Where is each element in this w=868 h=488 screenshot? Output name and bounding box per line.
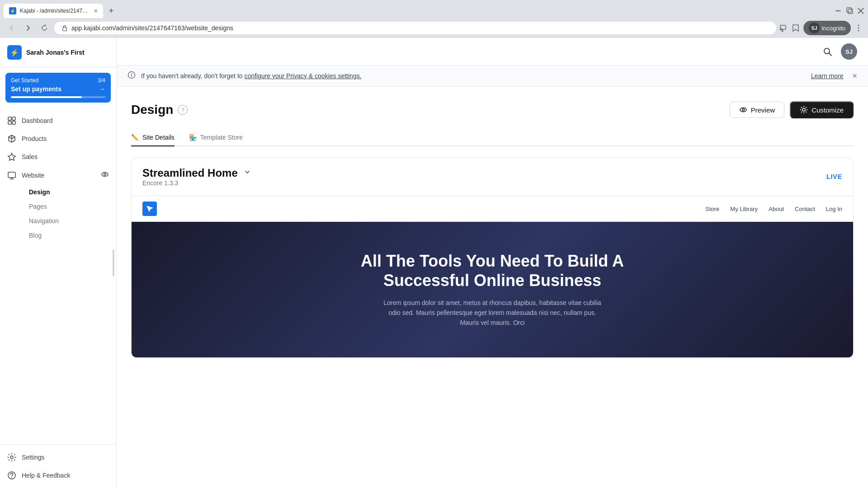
sidebar-item-navigation[interactable]: Navigation bbox=[22, 214, 116, 228]
customize-label: Customize bbox=[811, 106, 844, 114]
reload-button[interactable] bbox=[38, 22, 51, 34]
menu-icon[interactable] bbox=[854, 24, 863, 32]
tab-site-details[interactable]: ✏️ Site Details bbox=[131, 129, 175, 146]
svg-point-19 bbox=[11, 477, 12, 478]
sidebar-item-settings[interactable]: Settings bbox=[0, 448, 116, 466]
preview-area: Store My Library About Contact Log In Al… bbox=[132, 196, 853, 357]
sidebar-item-help[interactable]: Help & Feedback bbox=[0, 466, 116, 484]
forward-button[interactable] bbox=[22, 22, 34, 34]
restore-icon[interactable] bbox=[846, 7, 854, 14]
svg-point-16 bbox=[104, 174, 106, 176]
sidebar-header: ⚡ Sarah Jonas's First bbox=[0, 38, 116, 67]
tab-close-button[interactable]: × bbox=[94, 7, 98, 14]
get-started-label: Get Started bbox=[11, 77, 38, 84]
svg-rect-2 bbox=[848, 9, 853, 14]
minimize-icon[interactable] bbox=[835, 7, 843, 14]
get-started-banner[interactable]: Get Started 3/4 Set up payments → bbox=[5, 73, 111, 103]
search-button[interactable] bbox=[819, 43, 835, 60]
svg-rect-0 bbox=[835, 10, 841, 11]
template-dropdown-button[interactable] bbox=[243, 168, 251, 178]
hero-subtitle: Lorem ipsum dolor sit amet, metus at rho… bbox=[379, 298, 605, 328]
preview-button[interactable]: Preview bbox=[730, 102, 784, 118]
nav-link-library[interactable]: My Library bbox=[730, 206, 758, 212]
sidebar-item-design[interactable]: Design bbox=[22, 185, 116, 199]
back-button[interactable] bbox=[5, 22, 18, 34]
nav-link-store[interactable]: Store bbox=[705, 206, 719, 212]
nav-link-contact[interactable]: Contact bbox=[795, 206, 815, 212]
header-actions: Preview Customize bbox=[730, 101, 854, 118]
get-started-progress bbox=[11, 96, 105, 98]
user-avatar[interactable]: SJ bbox=[841, 43, 857, 60]
svg-point-25 bbox=[742, 109, 744, 111]
design-tabs: ✏️ Site Details 🏪 Template Store bbox=[131, 129, 854, 146]
website-sub-nav: Design Pages Navigation Blog bbox=[0, 185, 116, 243]
sidebar-website-label: Website bbox=[22, 172, 44, 179]
new-tab-button[interactable]: + bbox=[105, 5, 118, 17]
live-badge: LIVE bbox=[826, 173, 842, 180]
sidebar-item-pages[interactable]: Pages bbox=[22, 199, 116, 214]
url-text: app.kajabi.com/admin/sites/2147647163/we… bbox=[71, 24, 233, 32]
sidebar-item-dashboard[interactable]: Dashboard bbox=[0, 112, 116, 130]
svg-rect-14 bbox=[8, 172, 15, 178]
notification-close-button[interactable]: × bbox=[852, 71, 857, 81]
customize-button[interactable]: Customize bbox=[790, 101, 854, 118]
products-icon bbox=[7, 134, 16, 143]
pencil-icon: ✏️ bbox=[131, 134, 139, 141]
cast-icon[interactable] bbox=[780, 24, 788, 32]
template-store-tab-label: Template Store bbox=[200, 134, 243, 141]
sidebar-dashboard-label: Dashboard bbox=[22, 117, 109, 124]
template-header: Streamlined Home Encore 1.3.3 LIVE bbox=[132, 158, 853, 196]
tab-favicon bbox=[9, 7, 16, 14]
learn-more-link[interactable]: Learn more bbox=[811, 72, 844, 80]
svg-point-26 bbox=[802, 108, 805, 111]
address-bar[interactable]: app.kajabi.com/admin/sites/2147647163/we… bbox=[54, 22, 776, 34]
preview-navbar: Store My Library About Contact Log In bbox=[132, 196, 853, 222]
page-title: Design bbox=[131, 103, 173, 117]
page-content: Design ? Preview Customize ✏ bbox=[117, 87, 868, 488]
bookmark-icon[interactable] bbox=[792, 24, 800, 32]
settings-icon bbox=[7, 453, 16, 462]
sidebar-nav: Dashboard Products Sales bbox=[0, 108, 116, 444]
notif-prefix: If you haven't already, don't forget to bbox=[141, 72, 244, 80]
sidebar-item-website[interactable]: Website bbox=[0, 166, 116, 185]
svg-rect-10 bbox=[8, 117, 11, 120]
svg-rect-11 bbox=[12, 117, 15, 120]
sidebar-bottom-nav: Settings Help & Feedback bbox=[0, 444, 116, 488]
eye-icon bbox=[739, 106, 747, 114]
info-icon bbox=[127, 71, 136, 81]
tab-title: Kajabi - /admin/sites/214764716... bbox=[20, 8, 90, 14]
browser-chrome: Kajabi - /admin/sites/214764716... × + a… bbox=[0, 0, 868, 38]
sidebar-item-products[interactable]: Products bbox=[0, 130, 116, 148]
main-content: SJ If you haven't already, don't forget … bbox=[117, 38, 868, 488]
get-started-progress-bar bbox=[11, 96, 82, 98]
app-layout: ⚡ Sarah Jonas's First Get Started 3/4 Se… bbox=[0, 38, 868, 488]
window-controls bbox=[835, 7, 864, 14]
customize-icon bbox=[800, 106, 808, 114]
browser-toolbar bbox=[780, 24, 800, 32]
notification-bar: If you haven't already, don't forget to … bbox=[117, 66, 868, 87]
browser-tab[interactable]: Kajabi - /admin/sites/214764716... × bbox=[4, 4, 103, 18]
privacy-settings-link[interactable]: configure your Privacy & cookies setting… bbox=[244, 72, 361, 80]
help-tooltip-button[interactable]: ? bbox=[178, 105, 188, 115]
incognito-label: Incognito bbox=[821, 25, 845, 32]
hero-title: All The Tools You Need To Build A Succes… bbox=[357, 251, 628, 290]
preview-nav-links: Store My Library About Contact Log In bbox=[705, 206, 842, 212]
nav-link-about[interactable]: About bbox=[769, 206, 784, 212]
incognito-indicator: SJ Incognito bbox=[803, 21, 851, 35]
svg-point-9 bbox=[858, 30, 859, 32]
sales-icon bbox=[7, 152, 16, 161]
sidebar-settings-label: Settings bbox=[22, 454, 109, 461]
kajabi-logo: ⚡ bbox=[7, 45, 22, 60]
close-window-icon[interactable] bbox=[857, 7, 864, 14]
sidebar-item-blog[interactable]: Blog bbox=[22, 228, 116, 243]
tab-template-store[interactable]: 🏪 Template Store bbox=[189, 129, 243, 146]
website-icon bbox=[7, 171, 16, 180]
sidebar: ⚡ Sarah Jonas's First Get Started 3/4 Se… bbox=[0, 38, 117, 488]
nav-link-login[interactable]: Log In bbox=[826, 206, 842, 212]
website-visibility-icon[interactable] bbox=[101, 170, 109, 180]
svg-rect-5 bbox=[63, 28, 67, 31]
get-started-cta: Set up payments bbox=[11, 85, 61, 93]
sidebar-item-sales[interactable]: Sales bbox=[0, 148, 116, 166]
user-avatar-browser: SJ bbox=[809, 23, 820, 33]
svg-point-8 bbox=[858, 28, 859, 29]
